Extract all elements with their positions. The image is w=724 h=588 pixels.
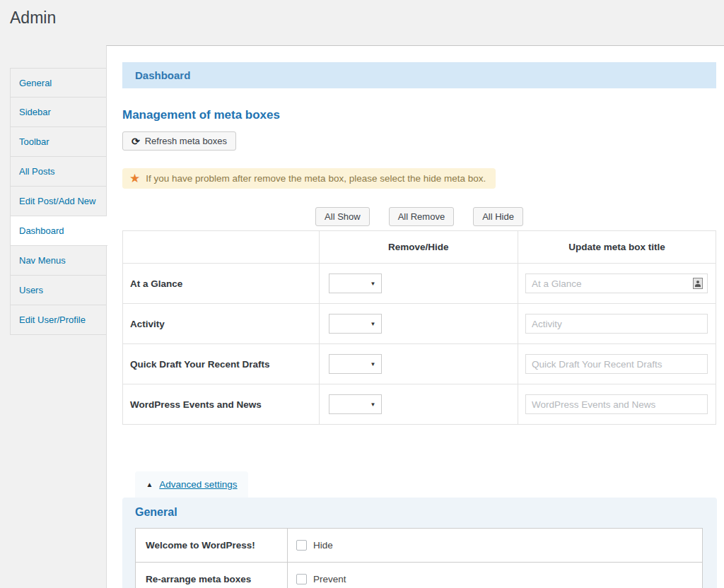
meta-box-table: Remove/Hide Update meta box title At a G…: [122, 230, 716, 425]
meta-box-label: At a Glance: [123, 264, 320, 304]
meta-box-label: WordPress Events and News: [123, 384, 320, 425]
table-header-row: Remove/Hide Update meta box title: [123, 231, 716, 264]
sidebar-item-label: Toolbar: [19, 136, 49, 147]
header-update-title: Update meta box title: [518, 231, 716, 264]
sidebar-item-nav-menus[interactable]: Nav Menus: [10, 246, 107, 276]
advanced-settings-link[interactable]: Advanced settings: [159, 479, 237, 490]
chevron-down-icon: ▼: [370, 361, 376, 368]
meta-box-title-input[interactable]: [525, 394, 708, 414]
sidebar-item-edit-user-profile[interactable]: Edit User/Profile: [10, 305, 107, 335]
all-remove-button[interactable]: All Remove: [389, 207, 454, 226]
remove-hide-select[interactable]: ▼: [329, 394, 382, 414]
star-icon: ★: [129, 172, 140, 184]
section-title: Management of meta boxes: [122, 108, 716, 122]
refresh-meta-boxes-button[interactable]: ⟳ Refresh meta boxes: [122, 131, 236, 151]
all-hide-button[interactable]: All Hide: [473, 207, 523, 226]
chevron-down-icon: ▼: [370, 401, 376, 408]
bulk-actions-row: All Show All Remove All Hide: [122, 207, 716, 226]
sidebar-item-label: Sidebar: [19, 107, 51, 117]
sidebar-item-all-posts[interactable]: All Posts: [10, 157, 107, 187]
meta-box-title-input[interactable]: [525, 314, 708, 334]
remove-hide-select[interactable]: ▼: [329, 354, 382, 374]
sidebar-item-label: Users: [19, 285, 43, 295]
sidebar-item-toolbar[interactable]: Toolbar: [10, 127, 107, 157]
sidebar-item-label: Nav Menus: [19, 255, 66, 266]
option-label: Re-arrange meta boxes: [136, 563, 288, 588]
table-row: WordPress Events and News ▼: [123, 384, 716, 425]
prevent-checkbox[interactable]: [296, 574, 307, 584]
autofill-contact-icon[interactable]: [693, 278, 703, 289]
table-row: Activity ▼: [123, 304, 716, 344]
settings-panel: Dashboard Management of meta boxes ⟳ Ref…: [106, 45, 724, 588]
warning-notice: ★ If you have problem after remove the m…: [122, 168, 496, 189]
sidebar-item-label: All Posts: [19, 166, 55, 177]
sidebar-item-general[interactable]: General: [10, 68, 107, 98]
chevron-down-icon: ▼: [370, 321, 376, 327]
advanced-options-table: Welcome to WordPress! Hide Re-arrange me…: [135, 528, 703, 588]
sidebar-item-label: Edit User/Profile: [19, 314, 86, 325]
general-section-title: General: [135, 506, 703, 519]
meta-box-title-input[interactable]: [525, 274, 708, 293]
sidebar-item-label: Edit Post/Add New: [19, 196, 95, 206]
remove-hide-select[interactable]: ▼: [329, 274, 382, 293]
sidebar-item-edit-post[interactable]: Edit Post/Add New: [10, 187, 107, 216]
refresh-icon: ⟳: [132, 136, 140, 146]
sidebar-item-dashboard[interactable]: Dashboard: [10, 216, 107, 246]
meta-box-label: Activity: [123, 304, 320, 344]
page-title: Admin: [10, 8, 56, 28]
meta-box-label: Quick Draft Your Recent Drafts: [123, 344, 320, 384]
refresh-button-label: Refresh meta boxes: [145, 136, 227, 146]
remove-hide-select[interactable]: ▼: [329, 314, 382, 334]
settings-sidebar: General Sidebar Toolbar All Posts Edit P…: [10, 68, 107, 335]
table-row: At a Glance ▼: [123, 264, 716, 304]
checkbox-label: Hide: [313, 540, 333, 551]
chevron-down-icon: ▼: [370, 281, 376, 287]
sidebar-item-users[interactable]: Users: [10, 276, 107, 305]
notice-text: If you have problem after remove the met…: [146, 173, 486, 184]
table-row: Re-arrange meta boxes Prevent: [136, 563, 703, 588]
table-row: Welcome to WordPress! Hide: [136, 529, 703, 563]
triangle-up-icon: ▲: [146, 481, 153, 488]
header-remove-hide: Remove/Hide: [319, 231, 518, 264]
advanced-settings-panel: General Welcome to WordPress! Hide Re-ar…: [122, 498, 717, 588]
table-row: Quick Draft Your Recent Drafts ▼: [123, 344, 716, 384]
sidebar-item-sidebar[interactable]: Sidebar: [10, 98, 107, 127]
meta-box-title-input[interactable]: [525, 354, 708, 374]
panel-header: Dashboard: [122, 62, 716, 88]
checkbox-label: Prevent: [313, 574, 346, 584]
panel-header-title: Dashboard: [135, 69, 190, 81]
sidebar-item-label: General: [19, 78, 52, 88]
advanced-settings-toggle[interactable]: ▲ Advanced settings: [135, 471, 248, 498]
all-show-button[interactable]: All Show: [315, 207, 370, 226]
header-empty: [123, 231, 320, 264]
sidebar-item-label: Dashboard: [19, 225, 64, 236]
option-label: Welcome to WordPress!: [136, 529, 288, 563]
hide-checkbox[interactable]: [296, 540, 307, 551]
